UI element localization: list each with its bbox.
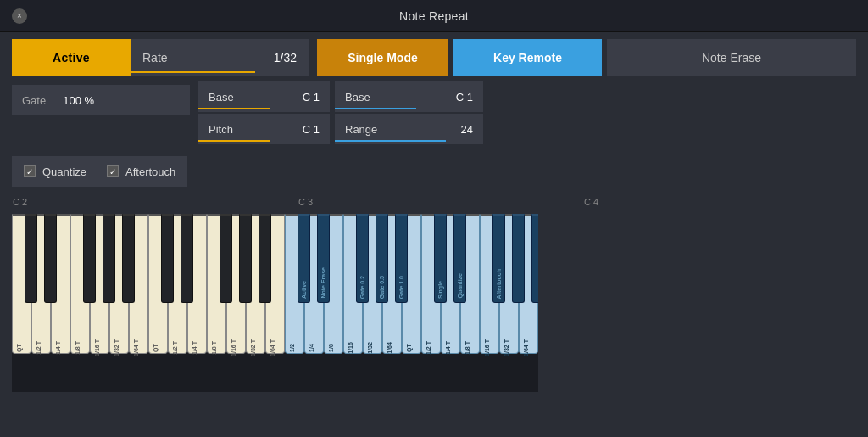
black-key-label: Aftertouch	[496, 269, 502, 299]
black-key-label: Single	[437, 281, 443, 299]
white-key-label: 1/64 T	[523, 339, 529, 357]
remote-base-row: Base C 1	[335, 81, 483, 112]
black-key[interactable]	[122, 214, 135, 303]
white-key-label: 1/4	[309, 339, 314, 357]
white-key-label: 1/32 T	[504, 339, 509, 357]
black-key-label: Note Erase	[320, 267, 326, 299]
black-key[interactable]: Gate 0.5	[376, 214, 388, 303]
black-key[interactable]	[44, 214, 57, 303]
white-key-label: 1/4 T	[445, 339, 451, 357]
remote-base-value: C 1	[456, 91, 473, 104]
black-key[interactable]	[25, 214, 37, 303]
single-pitch-label: Pitch	[209, 123, 233, 136]
remote-range-label: Range	[345, 123, 377, 136]
black-key[interactable]: Active	[298, 214, 310, 303]
gate-inner: Gate 100 %	[12, 85, 190, 115]
black-key[interactable]: Gate 0.2	[356, 214, 369, 303]
black-key[interactable]	[103, 214, 115, 303]
c2-label: C 2	[13, 197, 27, 207]
rate-label: Rate	[142, 51, 274, 64]
aftertouch-checkbox[interactable]: ✓	[107, 165, 119, 177]
black-key[interactable]: Quantize	[453, 214, 466, 303]
params-row: Gate 100 % Base C 1 Pitch C 1 Base C 1	[12, 81, 856, 144]
c4-label: C 4	[584, 197, 598, 207]
black-key[interactable]	[259, 214, 271, 303]
white-key-label: 1/64 T	[270, 339, 275, 357]
black-key[interactable]	[161, 214, 174, 303]
black-key[interactable]	[220, 214, 232, 303]
aftertouch-option[interactable]: ✓ Aftertouch	[107, 165, 175, 178]
single-base-row: Base C 1	[198, 81, 330, 112]
single-mode-params: Base C 1 Pitch C 1	[198, 81, 330, 144]
black-key-label: Quantize	[457, 273, 463, 299]
black-key[interactable]	[83, 214, 96, 303]
single-base-value: C 1	[303, 91, 320, 104]
white-key-label: 1/32 T	[114, 339, 120, 357]
option-group: ✓ Quantize ✓ Aftertouch	[12, 156, 187, 187]
title-bar: × Note Repeat	[0, 0, 868, 32]
white-key-label: 1/8 T	[465, 339, 470, 357]
black-key[interactable]	[512, 214, 525, 303]
single-base-label: Base	[209, 91, 234, 104]
single-mode-button[interactable]: Single Mode	[317, 39, 448, 76]
white-key-label: 1/16	[348, 339, 353, 357]
single-pitch-value: C 1	[303, 123, 320, 136]
black-key[interactable]: Note Erase	[317, 214, 330, 303]
black-key[interactable]	[181, 214, 193, 303]
note-labels-row: C 2 C 3 C 4	[12, 197, 856, 214]
quantize-option[interactable]: ✓ Quantize	[24, 165, 86, 178]
black-key[interactable]: Aftertouch	[492, 214, 505, 303]
button-row: Active Rate 1/32 Single Mode Key Remote …	[12, 39, 856, 76]
key-remote-params: Base C 1 Range 24	[335, 81, 483, 144]
single-base-bar	[198, 108, 270, 109]
white-key-label: 1/2 T	[172, 339, 178, 357]
white-key-label: 1/16 T	[484, 339, 490, 357]
c3-label: C 3	[298, 197, 313, 207]
keyboard-section: C 2 C 3 C 4	[0, 197, 868, 214]
note-erase-button[interactable]: Note Erase	[607, 39, 856, 76]
black-key-label: Gate 0.5	[379, 276, 385, 299]
black-key-label: Gate 0.2	[359, 276, 365, 299]
black-key-label: Gate 1.0	[398, 276, 404, 299]
white-key-label: 1/2	[289, 339, 295, 357]
black-key[interactable]	[239, 214, 252, 303]
white-key-label: QT	[16, 339, 22, 357]
white-key-label: 1/4 T	[192, 339, 198, 357]
quantize-label: Quantize	[42, 165, 86, 178]
single-pitch-bar	[198, 140, 270, 142]
gate-section: Gate 100 %	[12, 81, 190, 119]
remote-range-row: Range 24	[335, 114, 483, 144]
black-key[interactable]	[531, 214, 538, 303]
options-row: ✓ Quantize ✓ Aftertouch	[12, 149, 856, 192]
aftertouch-label: Aftertouch	[125, 165, 175, 178]
close-button[interactable]: ×	[12, 8, 27, 24]
piano-keyboard[interactable]: QT 1/2 T 1/4 T 1/8 T 1/16 T 1/32 T 1/64 …	[12, 214, 538, 392]
remote-base-label: Base	[345, 91, 370, 104]
white-key-label: 1/2 T	[36, 339, 42, 357]
white-key-label: 1/4 T	[55, 339, 61, 357]
white-key-label: 1/64 T	[133, 339, 139, 357]
single-pitch-row: Pitch C 1	[198, 114, 330, 144]
key-remote-button[interactable]: Key Remote	[453, 39, 602, 76]
remote-range-bar	[335, 140, 446, 142]
rate-value: 1/32	[274, 51, 297, 64]
white-key-label: 1/32	[367, 339, 373, 357]
white-key-label: QT	[406, 339, 412, 357]
white-key-label: 1/64	[387, 339, 392, 357]
white-key-label: 1/16 T	[231, 339, 236, 357]
black-key[interactable]: Gate 1.0	[395, 214, 408, 303]
gate-value: 100 %	[63, 94, 94, 107]
remote-base-bar	[335, 108, 416, 109]
rate-section: Rate 1/32	[131, 39, 309, 76]
active-button[interactable]: Active	[12, 39, 131, 76]
quantize-checkbox[interactable]: ✓	[24, 165, 36, 177]
white-key-label: 1/8	[328, 339, 334, 357]
controls-area: Active Rate 1/32 Single Mode Key Remote …	[0, 32, 868, 197]
white-key-label: 1/32 T	[250, 339, 256, 357]
remote-range-value: 24	[461, 123, 473, 136]
white-key-label: 1/16 T	[94, 339, 100, 357]
window-title: Note Repeat	[399, 9, 469, 23]
white-key-label: 1/8 T	[211, 339, 217, 357]
rate-bar	[131, 71, 255, 73]
black-key[interactable]: Single	[434, 214, 447, 303]
